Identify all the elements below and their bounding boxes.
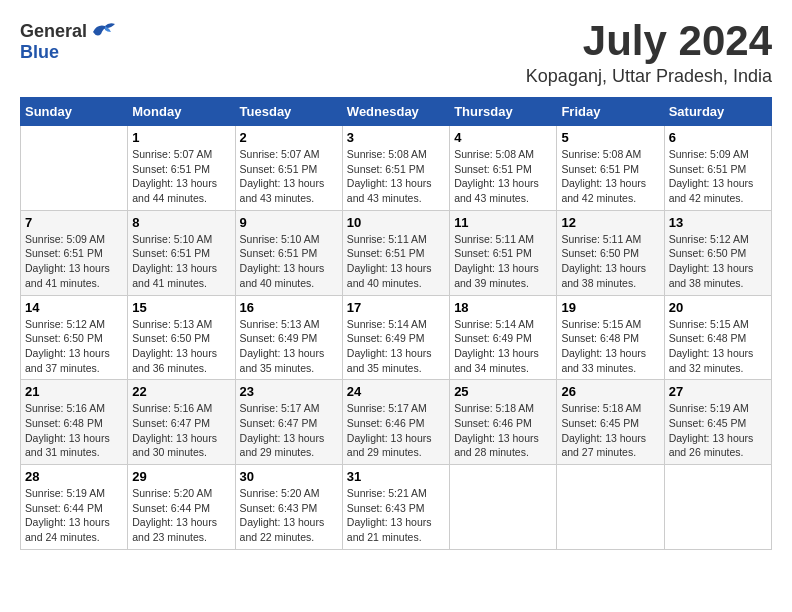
day-info: Sunrise: 5:15 AMSunset: 6:48 PMDaylight:… — [561, 317, 659, 376]
day-info: Sunrise: 5:07 AMSunset: 6:51 PMDaylight:… — [240, 147, 338, 206]
logo-general-text: General — [20, 21, 87, 42]
calendar-table: SundayMondayTuesdayWednesdayThursdayFrid… — [20, 97, 772, 550]
day-cell: 7Sunrise: 5:09 AMSunset: 6:51 PMDaylight… — [21, 210, 128, 295]
day-info: Sunrise: 5:13 AMSunset: 6:49 PMDaylight:… — [240, 317, 338, 376]
day-cell: 23Sunrise: 5:17 AMSunset: 6:47 PMDayligh… — [235, 380, 342, 465]
day-info: Sunrise: 5:18 AMSunset: 6:46 PMDaylight:… — [454, 401, 552, 460]
header-cell-tuesday: Tuesday — [235, 98, 342, 126]
day-cell: 19Sunrise: 5:15 AMSunset: 6:48 PMDayligh… — [557, 295, 664, 380]
day-info: Sunrise: 5:16 AMSunset: 6:47 PMDaylight:… — [132, 401, 230, 460]
day-cell: 25Sunrise: 5:18 AMSunset: 6:46 PMDayligh… — [450, 380, 557, 465]
day-number: 23 — [240, 384, 338, 399]
header-cell-friday: Friday — [557, 98, 664, 126]
day-number: 15 — [132, 300, 230, 315]
title-area: July 2024 Kopaganj, Uttar Pradesh, India — [526, 20, 772, 87]
day-info: Sunrise: 5:08 AMSunset: 6:51 PMDaylight:… — [454, 147, 552, 206]
day-number: 18 — [454, 300, 552, 315]
day-number: 25 — [454, 384, 552, 399]
day-number: 3 — [347, 130, 445, 145]
calendar-header: SundayMondayTuesdayWednesdayThursdayFrid… — [21, 98, 772, 126]
day-cell: 21Sunrise: 5:16 AMSunset: 6:48 PMDayligh… — [21, 380, 128, 465]
day-info: Sunrise: 5:20 AMSunset: 6:44 PMDaylight:… — [132, 486, 230, 545]
day-number: 20 — [669, 300, 767, 315]
day-info: Sunrise: 5:10 AMSunset: 6:51 PMDaylight:… — [240, 232, 338, 291]
day-number: 11 — [454, 215, 552, 230]
day-number: 12 — [561, 215, 659, 230]
day-cell — [664, 465, 771, 550]
day-info: Sunrise: 5:21 AMSunset: 6:43 PMDaylight:… — [347, 486, 445, 545]
day-info: Sunrise: 5:17 AMSunset: 6:47 PMDaylight:… — [240, 401, 338, 460]
day-cell: 4Sunrise: 5:08 AMSunset: 6:51 PMDaylight… — [450, 126, 557, 211]
day-cell: 5Sunrise: 5:08 AMSunset: 6:51 PMDaylight… — [557, 126, 664, 211]
day-info: Sunrise: 5:19 AMSunset: 6:44 PMDaylight:… — [25, 486, 123, 545]
header-cell-thursday: Thursday — [450, 98, 557, 126]
day-number: 30 — [240, 469, 338, 484]
day-number: 28 — [25, 469, 123, 484]
day-number: 1 — [132, 130, 230, 145]
header-cell-wednesday: Wednesday — [342, 98, 449, 126]
day-cell: 28Sunrise: 5:19 AMSunset: 6:44 PMDayligh… — [21, 465, 128, 550]
day-cell: 14Sunrise: 5:12 AMSunset: 6:50 PMDayligh… — [21, 295, 128, 380]
day-number: 6 — [669, 130, 767, 145]
header-row: SundayMondayTuesdayWednesdayThursdayFrid… — [21, 98, 772, 126]
day-number: 8 — [132, 215, 230, 230]
day-number: 24 — [347, 384, 445, 399]
day-cell: 2Sunrise: 5:07 AMSunset: 6:51 PMDaylight… — [235, 126, 342, 211]
day-cell: 8Sunrise: 5:10 AMSunset: 6:51 PMDaylight… — [128, 210, 235, 295]
page-header: General Blue July 2024 Kopaganj, Uttar P… — [20, 20, 772, 87]
day-cell: 15Sunrise: 5:13 AMSunset: 6:50 PMDayligh… — [128, 295, 235, 380]
day-info: Sunrise: 5:16 AMSunset: 6:48 PMDaylight:… — [25, 401, 123, 460]
day-cell: 20Sunrise: 5:15 AMSunset: 6:48 PMDayligh… — [664, 295, 771, 380]
day-info: Sunrise: 5:09 AMSunset: 6:51 PMDaylight:… — [25, 232, 123, 291]
day-info: Sunrise: 5:12 AMSunset: 6:50 PMDaylight:… — [25, 317, 123, 376]
day-number: 7 — [25, 215, 123, 230]
day-info: Sunrise: 5:11 AMSunset: 6:51 PMDaylight:… — [454, 232, 552, 291]
week-row-4: 21Sunrise: 5:16 AMSunset: 6:48 PMDayligh… — [21, 380, 772, 465]
day-cell: 24Sunrise: 5:17 AMSunset: 6:46 PMDayligh… — [342, 380, 449, 465]
day-cell: 17Sunrise: 5:14 AMSunset: 6:49 PMDayligh… — [342, 295, 449, 380]
day-cell: 12Sunrise: 5:11 AMSunset: 6:50 PMDayligh… — [557, 210, 664, 295]
logo: General Blue — [20, 20, 117, 63]
day-number: 14 — [25, 300, 123, 315]
day-number: 2 — [240, 130, 338, 145]
day-info: Sunrise: 5:20 AMSunset: 6:43 PMDaylight:… — [240, 486, 338, 545]
day-number: 31 — [347, 469, 445, 484]
day-number: 9 — [240, 215, 338, 230]
day-number: 19 — [561, 300, 659, 315]
day-info: Sunrise: 5:17 AMSunset: 6:46 PMDaylight:… — [347, 401, 445, 460]
day-cell: 1Sunrise: 5:07 AMSunset: 6:51 PMDaylight… — [128, 126, 235, 211]
day-cell: 3Sunrise: 5:08 AMSunset: 6:51 PMDaylight… — [342, 126, 449, 211]
day-cell: 27Sunrise: 5:19 AMSunset: 6:45 PMDayligh… — [664, 380, 771, 465]
day-number: 16 — [240, 300, 338, 315]
day-cell: 13Sunrise: 5:12 AMSunset: 6:50 PMDayligh… — [664, 210, 771, 295]
day-info: Sunrise: 5:11 AMSunset: 6:51 PMDaylight:… — [347, 232, 445, 291]
day-number: 27 — [669, 384, 767, 399]
day-info: Sunrise: 5:07 AMSunset: 6:51 PMDaylight:… — [132, 147, 230, 206]
header-cell-saturday: Saturday — [664, 98, 771, 126]
day-cell: 30Sunrise: 5:20 AMSunset: 6:43 PMDayligh… — [235, 465, 342, 550]
day-info: Sunrise: 5:14 AMSunset: 6:49 PMDaylight:… — [347, 317, 445, 376]
day-cell: 26Sunrise: 5:18 AMSunset: 6:45 PMDayligh… — [557, 380, 664, 465]
week-row-1: 1Sunrise: 5:07 AMSunset: 6:51 PMDaylight… — [21, 126, 772, 211]
day-info: Sunrise: 5:15 AMSunset: 6:48 PMDaylight:… — [669, 317, 767, 376]
day-number: 17 — [347, 300, 445, 315]
week-row-5: 28Sunrise: 5:19 AMSunset: 6:44 PMDayligh… — [21, 465, 772, 550]
logo-bird-icon — [89, 20, 117, 42]
day-info: Sunrise: 5:09 AMSunset: 6:51 PMDaylight:… — [669, 147, 767, 206]
day-info: Sunrise: 5:08 AMSunset: 6:51 PMDaylight:… — [347, 147, 445, 206]
day-cell — [450, 465, 557, 550]
week-row-3: 14Sunrise: 5:12 AMSunset: 6:50 PMDayligh… — [21, 295, 772, 380]
day-number: 10 — [347, 215, 445, 230]
day-cell: 6Sunrise: 5:09 AMSunset: 6:51 PMDaylight… — [664, 126, 771, 211]
day-cell: 22Sunrise: 5:16 AMSunset: 6:47 PMDayligh… — [128, 380, 235, 465]
day-number: 4 — [454, 130, 552, 145]
day-number: 29 — [132, 469, 230, 484]
day-number: 26 — [561, 384, 659, 399]
day-cell: 18Sunrise: 5:14 AMSunset: 6:49 PMDayligh… — [450, 295, 557, 380]
day-info: Sunrise: 5:08 AMSunset: 6:51 PMDaylight:… — [561, 147, 659, 206]
day-cell: 10Sunrise: 5:11 AMSunset: 6:51 PMDayligh… — [342, 210, 449, 295]
day-number: 5 — [561, 130, 659, 145]
day-cell — [21, 126, 128, 211]
month-year-title: July 2024 — [526, 20, 772, 62]
calendar-body: 1Sunrise: 5:07 AMSunset: 6:51 PMDaylight… — [21, 126, 772, 550]
